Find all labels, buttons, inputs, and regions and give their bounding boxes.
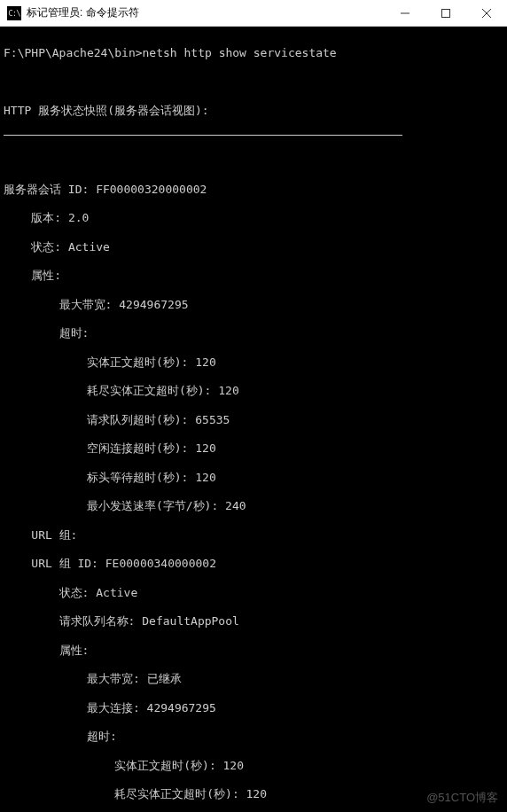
heading: HTTP 服务状态快照(服务器会话视图): (4, 104, 503, 118)
output-line: 状态: Active (4, 586, 503, 600)
session-id: 服务器会话 ID: FF00000320000002 (4, 183, 503, 197)
titlebar[interactable]: C:\ 标记管理员: 命令提示符 (0, 0, 507, 27)
maximize-button[interactable] (425, 0, 466, 26)
window-controls (385, 0, 507, 26)
output-line: 版本: 2.0 (4, 211, 503, 225)
close-button[interactable] (466, 0, 507, 26)
output-line: URL 组: (4, 528, 503, 543)
output-line: 实体正文超时(秒): 120 (4, 355, 503, 370)
output-line: 最大带宽: 4294967295 (4, 298, 503, 312)
blank (4, 153, 503, 168)
output-line: 状态: Active (4, 240, 503, 254)
watermark: @51CTO博客 (426, 791, 498, 805)
command-prompt-window: C:\ 标记管理员: 命令提示符 F:\PHP\Apache24\bin>net… (0, 0, 507, 812)
terminal-area[interactable]: F:\PHP\Apache24\bin>netsh http show serv… (0, 27, 507, 812)
output-line: 属性: (4, 644, 503, 658)
window-title: 标记管理员: 命令提示符 (27, 5, 385, 20)
output-line: 实体正文超时(秒): 120 (4, 759, 503, 773)
output-line: 请求队列名称: DefaultAppPool (4, 614, 503, 629)
output-line: 请求队列超时(秒): 65535 (4, 413, 503, 427)
output-line: 最大带宽: 已继承 (4, 672, 503, 686)
minimize-button[interactable] (385, 0, 425, 26)
svg-rect-1 (442, 9, 450, 17)
cmd-icon: C:\ (7, 6, 21, 20)
output-line: 超时: (4, 730, 503, 744)
output-line: 空闲连接超时(秒): 120 (4, 441, 503, 456)
blank (4, 75, 503, 90)
output-line: 最大连接: 4294967295 (4, 701, 503, 715)
divider (4, 135, 402, 136)
output-line: 属性: (4, 269, 503, 283)
output-line: 最小发送速率(字节/秒): 240 (4, 499, 503, 513)
prompt-line: F:\PHP\Apache24\bin>netsh http show serv… (4, 46, 503, 60)
output-line: 标头等待超时(秒): 120 (4, 471, 503, 485)
output-line: URL 组 ID: FE00000340000002 (4, 557, 503, 571)
output-line: 超时: (4, 326, 503, 340)
output-line: 耗尽实体正文超时(秒): 120 (4, 384, 503, 398)
